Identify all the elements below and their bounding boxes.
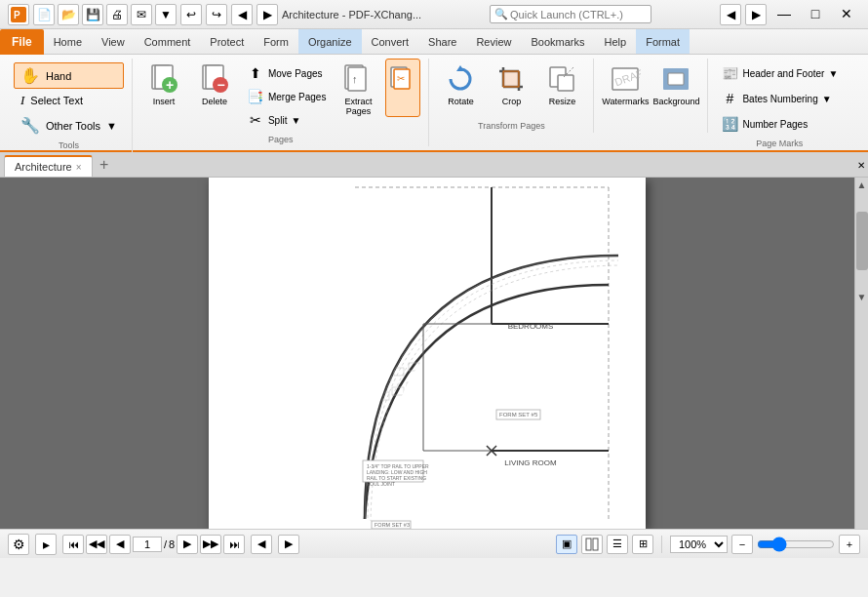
svg-rect-23 (558, 75, 573, 91)
watermarks-group-content: DRAFT Watermarks Background (602, 59, 699, 119)
undo-icon[interactable]: ↩ (180, 4, 202, 25)
last-page-button[interactable]: ⏭ (223, 535, 245, 554)
scroll-view-button[interactable]: ☰ (607, 535, 628, 554)
menubar: File Home View Comment Protect Form Orga… (0, 29, 868, 55)
active-tool-button[interactable]: ✂ (385, 59, 420, 117)
menu-item-review[interactable]: Review (466, 29, 521, 54)
menu-item-form[interactable]: Form (254, 29, 298, 54)
menu-item-help[interactable]: Help (595, 29, 637, 54)
next-page-button[interactable]: ▶ (177, 535, 198, 554)
zoom-slider[interactable] (757, 537, 835, 552)
search-input[interactable] (510, 9, 647, 20)
background-icon (660, 63, 691, 95)
number-pages-button[interactable]: 🔢 Number Pages (716, 113, 843, 135)
nav-forward-button[interactable]: ▶ (278, 535, 299, 554)
header-footer-button[interactable]: 📰 Header and Footer ▼ (716, 62, 843, 84)
zoom-in-button[interactable]: + (839, 535, 860, 554)
architecture-tab[interactable]: Architecture × (4, 155, 93, 177)
forward-icon[interactable]: ▶ (256, 4, 278, 25)
zoom-out-button[interactable]: − (731, 535, 753, 554)
single-page-view-button[interactable]: ▣ (556, 535, 577, 554)
menu-item-view[interactable]: View (92, 29, 135, 54)
menu-item-share[interactable]: Share (418, 29, 466, 54)
save-icon[interactable]: 💾 (82, 4, 103, 25)
statusbar-right: ▣ ☰ ⊞ 100% 75% 150% 200% − + (556, 535, 860, 554)
other-tools-button[interactable]: 🔧 Other Tools ▼ (14, 112, 124, 139)
svg-rect-83 (586, 538, 591, 550)
rotate-label: Rotate (448, 97, 474, 106)
menu-item-protect[interactable]: Protect (200, 29, 254, 54)
split-button[interactable]: ✂ Split ▼ (242, 109, 331, 131)
search-bar[interactable]: 🔍 (490, 5, 651, 23)
quick-access: 📄 📂 💾 🖨 ✉ ▼ (33, 4, 177, 25)
nav-right-icon[interactable]: ▶ (745, 4, 767, 25)
scroll-up-arrow[interactable]: ▲ (855, 178, 868, 192)
new-icon[interactable]: 📄 (33, 4, 55, 25)
insert-label: Insert (153, 97, 176, 106)
move-pages-button[interactable]: ⬆ Move Pages (242, 62, 331, 84)
prev-prev-button[interactable]: ◀◀ (86, 535, 107, 554)
vertical-scrollbar[interactable]: ▲ ▼ (854, 178, 868, 529)
tab-close-button[interactable]: × (76, 162, 82, 173)
hand-label: Hand (46, 70, 71, 82)
back-icon[interactable]: ◀ (231, 4, 253, 25)
background-button[interactable]: Background (652, 59, 699, 117)
menu-item-format[interactable]: Format (636, 29, 690, 54)
other-tools-label: Other Tools (46, 120, 100, 132)
double-page-view-button[interactable] (581, 535, 603, 554)
extract-pages-button[interactable]: ↑ ExtractPages (335, 59, 381, 121)
page-marks-group: 📰 Header and Footer ▼ # Bates Numbering … (708, 59, 850, 150)
more-views-button[interactable]: ⊞ (632, 535, 653, 554)
divider (661, 536, 662, 553)
extract-pages-label: ExtractPages (344, 97, 372, 116)
hand-tool-button[interactable]: ✋ Hand (14, 62, 124, 89)
rotate-button[interactable]: Rotate (437, 59, 484, 117)
maximize-button[interactable]: □ (802, 4, 829, 23)
bates-numbering-button[interactable]: # Bates Numbering ▼ (716, 88, 843, 109)
menu-item-organize[interactable]: Organize (298, 29, 362, 54)
insert-button[interactable]: + Insert (140, 59, 187, 117)
pages-group-content: + Insert − Delete (140, 59, 420, 133)
open-icon[interactable]: 📂 (58, 4, 79, 25)
prev-page-button[interactable]: ◀ (109, 535, 131, 554)
scroll-thumb[interactable] (856, 212, 868, 270)
crop-button[interactable]: Crop (488, 59, 534, 117)
bates-label: Bates Numbering (742, 94, 817, 104)
menu-item-bookmarks[interactable]: Bookmarks (522, 29, 595, 54)
close-tabs-button[interactable]: ✕ (854, 153, 868, 177)
tools-icon: 🔧 (20, 116, 40, 135)
print-icon[interactable]: 🖨 (106, 4, 128, 25)
arrow-button[interactable]: ▸ (35, 534, 57, 555)
page-number-input[interactable] (133, 537, 162, 552)
minimize-button[interactable]: — (770, 4, 798, 23)
menu-item-file[interactable]: File (0, 29, 44, 55)
tools-group: ✋ Hand I Select Text 🔧 Other Tools ▼ Too… (6, 59, 133, 152)
app-icon: P (8, 4, 29, 25)
menu-item-convert[interactable]: Convert (362, 29, 419, 54)
architecture-drawing: BEDROOMS LIVING ROOM 1-3/4" TOP RAIL TO … (209, 178, 646, 529)
watermarks-button[interactable]: DRAFT Watermarks (602, 59, 649, 117)
email-icon[interactable]: ✉ (131, 4, 152, 25)
transform-group-content: Rotate Crop (437, 59, 585, 119)
resize-button[interactable]: Resize (538, 59, 585, 117)
delete-button[interactable]: − Delete (191, 59, 238, 117)
merge-pages-button[interactable]: 📑 Merge Pages (242, 86, 331, 107)
select-text-button[interactable]: I Select Text (14, 89, 124, 112)
close-button[interactable]: ✕ (833, 4, 860, 23)
redo-icon[interactable]: ↪ (206, 4, 227, 25)
scroll-down-arrow[interactable]: ▼ (855, 290, 868, 304)
more-icon[interactable]: ▼ (155, 4, 177, 25)
settings-button[interactable]: ⚙ (8, 534, 29, 555)
menu-item-home[interactable]: Home (44, 29, 92, 54)
document-view[interactable]: BEDROOMS LIVING ROOM 1-3/4" TOP RAIL TO … (0, 178, 854, 529)
nav-back-button[interactable]: ◀ (251, 535, 272, 554)
page-marks-group-label: Page Marks (716, 137, 843, 150)
add-tab-button[interactable]: + (95, 155, 114, 175)
first-page-button[interactable]: ⏮ (62, 535, 84, 554)
svg-text:FORM SET #5: FORM SET #5 (499, 412, 538, 418)
nav-left-icon[interactable]: ◀ (720, 4, 741, 25)
transform-group: Rotate Crop (429, 59, 594, 133)
next-next-button[interactable]: ▶▶ (200, 535, 221, 554)
menu-item-comment[interactable]: Comment (135, 29, 201, 54)
zoom-select[interactable]: 100% 75% 150% 200% (670, 536, 728, 553)
